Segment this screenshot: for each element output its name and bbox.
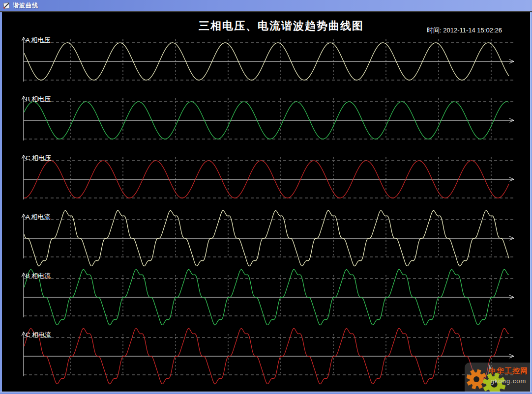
panel-c-voltage: C 相电压 <box>2 152 530 211</box>
timestamp: 时间: 2012-11-14 15:02:26 <box>427 26 502 35</box>
waveform-plot <box>2 211 530 270</box>
app-window: 谐波曲线 三相电压、电流谐波趋势曲线图 时间: 2012-11-14 15:02… <box>0 0 532 394</box>
waveform-plot <box>2 34 530 93</box>
window-border-right <box>530 12 532 394</box>
title-bar[interactable]: 谐波曲线 <box>0 0 532 11</box>
chart-title: 三相电压、电流谐波趋势曲线图 <box>199 19 364 33</box>
waveform-plot <box>2 329 530 388</box>
waveform-label: C 相电压 <box>26 154 51 163</box>
waveform-plot <box>2 152 530 211</box>
window-border-left <box>0 12 2 394</box>
watermark-site-name: 中华工控网 <box>489 366 528 376</box>
waveform-plot <box>2 270 530 329</box>
waveform-label: B 相电压 <box>26 95 51 104</box>
waveform-label: C 相电流 <box>26 331 51 339</box>
waveform-label: A 相电压 <box>26 36 51 45</box>
waveform-plot <box>2 93 530 152</box>
watermark: 中华工控网 gkong.com <box>465 363 530 392</box>
waveform-label: B 相电流 <box>26 272 51 281</box>
watermark-site-url: gkong.com <box>489 377 528 385</box>
panel-b-voltage: B 相电压 <box>2 93 530 152</box>
gear-orange-icon <box>467 370 486 389</box>
window-title: 谐波曲线 <box>13 1 38 10</box>
window-border-bottom <box>0 392 532 394</box>
panel-a-voltage: A 相电压 <box>2 34 530 93</box>
chart-area: 三相电压、电流谐波趋势曲线图 时间: 2012-11-14 15:02:26 A… <box>2 12 530 392</box>
panel-b-current: B 相电流 <box>2 270 530 329</box>
app-icon[interactable] <box>2 1 10 9</box>
waveform-label: A 相电流 <box>26 213 51 222</box>
panel-a-current: A 相电流 <box>2 211 530 270</box>
panel-c-current: C 相电流 <box>2 329 530 388</box>
